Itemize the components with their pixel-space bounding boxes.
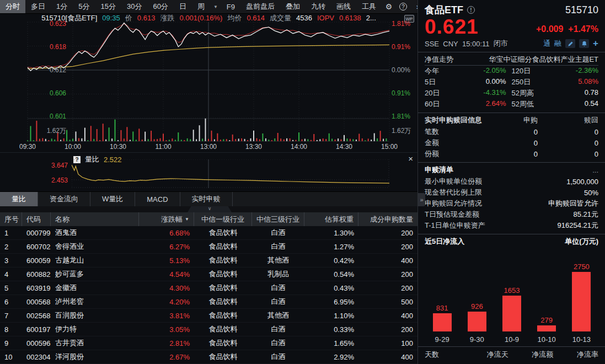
table-row[interactable]: 6000568泸州老窖4.20%食品饮料白酒6.95%500 (0, 295, 417, 309)
close-icon[interactable]: × (408, 154, 413, 163)
tab-实时申赎[interactable]: 实时申赎 (180, 192, 233, 206)
table-row[interactable]: 3600059古越龙山5.13%食品饮料其他酒0.42%400 (0, 254, 417, 267)
panel-expand-chevrons-icon[interactable]: » (418, 193, 425, 206)
tool-九转[interactable]: 九转 (306, 0, 331, 13)
realtime-row: 笔数00 (425, 126, 598, 137)
table-body: 1000799酒鬼酒6.68%食品饮料白酒1.30%2002600702舍得酒业… (0, 226, 417, 364)
bar[interactable] (537, 325, 556, 331)
nav-value: 5.08% (578, 77, 598, 87)
bar[interactable] (502, 296, 521, 331)
cell-序号: 6 (0, 295, 22, 308)
pct-label-1: 0.91% (392, 43, 417, 51)
more-ellipsis[interactable]: ... (592, 166, 598, 174)
table-row[interactable]: 5603919金徽酒4.30%食品饮料白酒0.43%200 (0, 281, 417, 295)
bar[interactable] (433, 313, 452, 331)
alert-bell-icon[interactable] (579, 39, 589, 48)
chart-header-seg-12: 2... (366, 14, 376, 22)
nav-pair: 今年-2.05% (425, 66, 512, 76)
realtime-label: 笔数 (425, 127, 485, 137)
table-row[interactable]: 2600702舍得酒业6.27%食品饮料白酒1.27%200 (0, 240, 417, 254)
price-label-2: 0.612 (0, 66, 66, 74)
col-header-涨跌幅[interactable]: 涨跌幅▼ (139, 212, 194, 226)
table-row[interactable]: 10002304洋河股份2.67%食品饮料白酒2.92%400 (0, 350, 417, 364)
table-row[interactable]: 4600882妙可蓝多4.54%食品饮料乳制品0.54%200 (0, 267, 417, 281)
cell-成分申购数量: 400 (358, 309, 417, 322)
period-tab-分时[interactable]: 分时 (0, 0, 25, 13)
tab-W量比[interactable]: W量比 (90, 192, 135, 206)
inflow-bar-chart: 8319-299269-30165310-927910-10275010-13 (425, 249, 598, 344)
nav-row: 5日0.00%250日5.08% (425, 77, 598, 88)
add-icon[interactable]: + (593, 38, 598, 49)
list-row: 最小申赎单位份额1,500,000 (425, 176, 598, 187)
pct-label-0: 1.81% (392, 20, 417, 28)
period-tab-日[interactable]: 日 (174, 0, 192, 13)
tool-F9[interactable]: F9 (221, 0, 240, 13)
period-tab-多日[interactable]: 多日 (25, 0, 51, 13)
tab-资金流向[interactable]: 资金流向 (38, 192, 90, 206)
nav-section-header: 净值走势 华宝中证细分食品饮料产业主题ET (425, 53, 598, 66)
price-label-5: 1.62万 (0, 127, 66, 135)
table-row[interactable]: 9000596古井贡酒2.81%食品饮料白酒1.65%100 (0, 336, 417, 350)
price-volume-chart (0, 22, 417, 142)
time-label-09:30: 09:30 (19, 143, 36, 151)
chart-header-seg-5: 0.001(0.16%) (179, 14, 222, 22)
edit-pencil-icon[interactable] (565, 39, 575, 48)
tool-画线[interactable]: 画线 (331, 0, 356, 13)
nav-value: 0.00% (486, 77, 512, 87)
bar-group-10-10: 279 (529, 316, 564, 331)
nav-value: 0.78 (585, 88, 598, 98)
list-value: 916254.21元 (558, 221, 598, 231)
period-tab-5分[interactable]: 5分 (73, 0, 95, 13)
chart-header-seg-11: 0.6138 (339, 14, 361, 22)
cell-估算权重: 0.42% (304, 254, 358, 267)
period-tab-1分[interactable]: 1分 (51, 0, 73, 13)
col-header-估算权重: 估算权重 (304, 212, 358, 226)
constituents-table: 序号代码名称涨跌幅▼中信一级行业中信三级行业估算权重成分申购数量 1000799… (0, 212, 417, 364)
bar[interactable] (572, 272, 591, 331)
change-pct: +1.47% (568, 24, 598, 34)
bar[interactable] (468, 312, 486, 331)
nav-pair: 250日5.08% (512, 77, 599, 87)
period-tab-60分[interactable]: 60分 (147, 0, 173, 13)
cell-成分申购数量: 200 (358, 267, 417, 281)
period-tab-30分[interactable]: 30分 (121, 0, 147, 13)
nav-pair: 120日-2.36% (512, 66, 599, 76)
price-label-1: 0.618 (0, 43, 66, 51)
cell-中信一级行业: 食品饮料 (194, 295, 252, 308)
cell-中信一级行业: 食品饮料 (194, 267, 252, 281)
cell-代码: 000596 (22, 336, 51, 350)
tool-工具[interactable]: 工具 (356, 0, 382, 13)
col-header-序号: 序号 (0, 212, 22, 226)
tool-叠加[interactable]: 叠加 (280, 0, 306, 13)
nav-pair: 60日2.64% (425, 99, 512, 109)
cell-成分申购数量: 100 (358, 336, 417, 350)
cell-成分申购数量: 200 (358, 240, 417, 253)
cell-中信三级行业: 其他酒 (252, 309, 304, 322)
tong-badge: 通 (543, 39, 550, 49)
liangbi-line-chart (72, 159, 392, 189)
collapse-chevron-icon[interactable]: ∨ (188, 206, 232, 212)
table-row[interactable]: 1000799酒鬼酒6.68%食品饮料白酒1.30%200 (0, 226, 417, 240)
info-icon[interactable]: ! (467, 6, 475, 14)
divider (418, 52, 605, 52)
chevron-down-icon[interactable]: ▼ (210, 0, 221, 13)
tab-MACD[interactable]: MACD (135, 192, 180, 206)
table-row[interactable]: 8600197伊力特3.05%食品饮料白酒0.33%200 (0, 323, 417, 336)
indicator-tabs: 量比资金流向W量比MACD实时申赎 (0, 191, 417, 206)
table-row[interactable]: 7002568百润股份3.81%食品饮料其他酒1.10%400 (0, 309, 417, 323)
period-tab-周[interactable]: 周 (192, 0, 210, 13)
cell-估算权重: 2.92% (304, 350, 358, 363)
cell-估算权重: 0.33% (304, 323, 358, 336)
help-icon[interactable]: ? (396, 0, 410, 13)
stats-header-净流额: 净流额 (508, 350, 554, 360)
tab-量比[interactable]: 量比 (0, 192, 38, 206)
gear-icon[interactable]: ⚙ (382, 0, 396, 13)
cell-中信三级行业: 白酒 (252, 336, 304, 350)
cell-涨跌幅: 4.20% (139, 295, 194, 308)
tool-盘前盘后[interactable]: 盘前盘后 (240, 0, 280, 13)
period-tab-15分[interactable]: 15分 (95, 0, 121, 13)
instrument-header: 食品ETF ! 515710 (425, 3, 598, 17)
cell-序号: 5 (0, 281, 22, 295)
time-label-13:00: 13:00 (200, 143, 217, 151)
cell-涨跌幅: 6.68% (139, 226, 194, 239)
